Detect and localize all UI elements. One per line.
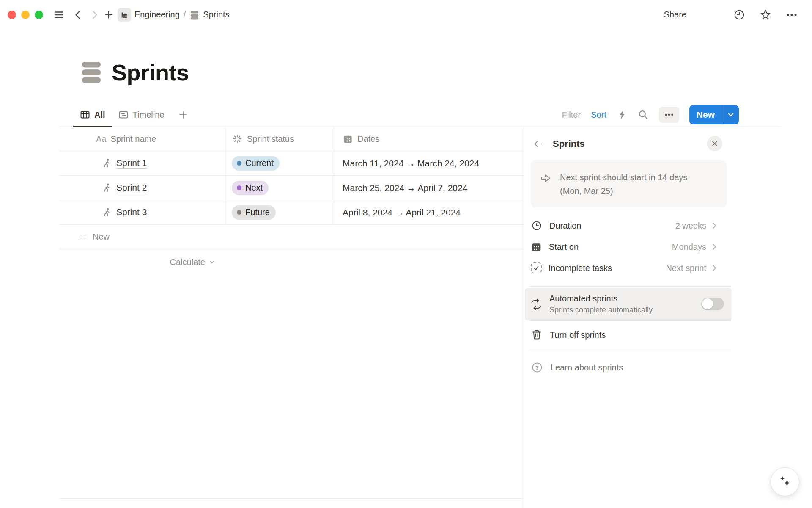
add-row-button[interactable]: New (59, 225, 524, 249)
panel-back-button[interactable] (532, 138, 544, 150)
window-controls (8, 11, 43, 19)
automated-sprints-row[interactable]: Automated sprints Sprints complete autom… (525, 288, 732, 320)
table-header-row: Aa Sprint name Sprint status Dates (59, 127, 524, 151)
star-icon (759, 8, 772, 21)
sprint-link[interactable]: Sprint 2 (116, 182, 147, 193)
sort-button[interactable]: Sort (591, 110, 606, 120)
new-dropdown-button[interactable] (722, 105, 739, 124)
window-titlebar: Engineering / Sprints Share (0, 0, 812, 29)
turn-off-sprints-label: Turn off sprints (550, 330, 606, 340)
callout-text: Next sprint should start in 14 days (Mon… (560, 171, 687, 207)
dates-cell[interactable]: April 8, 2024 → April 21, 2024 (334, 200, 524, 224)
panel-close-button[interactable] (707, 136, 722, 151)
sprint-link[interactable]: Sprint 3 (116, 207, 147, 218)
view-toolbar: All Timeline Filter Sort (59, 103, 780, 127)
sprint-status-cell[interactable]: Current (225, 151, 334, 175)
status-badge: Future (232, 205, 276, 220)
back-button[interactable] (73, 9, 84, 20)
panel-header: Sprints (525, 127, 732, 160)
view-controls: Filter Sort New (562, 105, 739, 124)
more-options-button[interactable] (785, 8, 798, 21)
sprint-link[interactable]: Sprint 1 (116, 158, 147, 169)
runner-icon (101, 207, 112, 218)
setting-value: 2 weeks (675, 221, 706, 231)
new-tab-button[interactable] (104, 10, 114, 20)
chevron-left-icon (73, 9, 84, 20)
status-burst-icon (232, 133, 243, 144)
minimize-window-button[interactable] (21, 11, 30, 19)
arrow-left-icon (532, 138, 544, 150)
status-label: Next (245, 183, 263, 193)
trash-icon (531, 329, 543, 341)
favorite-button[interactable] (759, 8, 772, 21)
repeat-icon (530, 298, 543, 311)
automated-sprints-toggle[interactable] (701, 298, 724, 310)
next-sprint-callout: Next sprint should start in 14 days (Mon… (531, 160, 727, 207)
sprint-name-cell[interactable]: Sprint 3 (59, 200, 225, 224)
automated-sprints-description: Sprints complete automatically (549, 306, 653, 315)
share-button[interactable]: Share (664, 10, 686, 19)
forward-button[interactable] (89, 9, 100, 20)
setting-start-on[interactable]: Start on Mondays (525, 236, 732, 257)
view-tabs: All Timeline (73, 103, 192, 127)
help-icon: ? (531, 361, 543, 374)
setting-incomplete-tasks[interactable]: Incomplete tasks Next sprint (525, 257, 732, 279)
svg-text:?: ? (535, 364, 539, 371)
workspace-item[interactable] (118, 8, 131, 22)
column-label: Dates (357, 134, 379, 144)
tab-timeline[interactable]: Timeline (112, 103, 171, 127)
history-button[interactable] (733, 8, 746, 21)
calendar-icon (531, 241, 542, 253)
sprint-name-cell[interactable]: Sprint 1 (59, 151, 225, 175)
column-header-sprint-name[interactable]: Aa Sprint name (59, 127, 225, 151)
search-icon (638, 109, 649, 120)
column-header-sprint-status[interactable]: Sprint status (225, 127, 334, 151)
column-header-dates[interactable]: Dates (334, 127, 524, 151)
panel-title: Sprints (553, 138, 585, 149)
callout-line1: Next sprint should start in 14 days (560, 173, 687, 182)
chevron-right-icon (89, 9, 100, 20)
text-type-icon: Aa (96, 134, 106, 144)
hamburger-menu-icon (53, 9, 64, 20)
plus-icon (104, 10, 114, 20)
zoom-window-button[interactable] (35, 11, 43, 19)
add-view-button[interactable] (175, 110, 192, 120)
calculate-label: Calculate (170, 257, 205, 267)
turn-off-sprints-button[interactable]: Turn off sprints (525, 321, 732, 349)
sprint-status-cell[interactable]: Future (225, 200, 334, 224)
arrow-right-outline-icon (540, 172, 552, 207)
divider (529, 286, 731, 287)
sidebar-menu-button[interactable] (53, 9, 64, 20)
status-dot (237, 185, 241, 190)
filter-button[interactable]: Filter (562, 110, 581, 120)
learn-about-sprints-link[interactable]: ? Learn about sprints (525, 349, 732, 386)
close-window-button[interactable] (8, 11, 16, 19)
new-button[interactable]: New (689, 105, 739, 124)
automations-button[interactable] (617, 109, 628, 120)
calculate-button[interactable]: Calculate (59, 249, 221, 275)
table-view-icon (80, 109, 91, 120)
table-row: Sprint 1 Current March 11, 2024 → March … (59, 151, 524, 176)
database-icon (189, 9, 200, 20)
dates-cell[interactable]: March 11, 2024 → March 24, 2024 (334, 151, 524, 175)
sprint-name-cell[interactable]: Sprint 2 (59, 176, 225, 200)
sprint-status-cell[interactable]: Next (225, 176, 334, 200)
status-badge: Current (232, 156, 280, 171)
tab-all[interactable]: All (73, 103, 112, 127)
ai-assistant-button[interactable] (771, 467, 799, 496)
setting-label: Duration (549, 221, 582, 231)
search-button[interactable] (638, 109, 649, 120)
plus-icon (77, 232, 87, 242)
dates-cell[interactable]: March 25, 2024 → April 7, 2024 (334, 176, 524, 200)
sparkle-icon (776, 473, 793, 490)
learn-about-sprints-label: Learn about sprints (551, 363, 623, 373)
sprint-settings-list: Duration 2 weeks Start on Mondays (525, 215, 732, 279)
column-label: Sprint name (110, 134, 156, 144)
view-options-button[interactable] (659, 107, 679, 123)
table-row: Sprint 2 Next March 25, 2024 → April 7, … (59, 176, 524, 200)
breadcrumb-page[interactable]: Sprints (203, 10, 229, 19)
page-title: Sprints (112, 59, 189, 86)
setting-duration[interactable]: Duration 2 weeks (525, 215, 732, 236)
breadcrumb-workspace[interactable]: Engineering (134, 10, 180, 19)
automated-sprints-label: Automated sprints (549, 294, 653, 304)
